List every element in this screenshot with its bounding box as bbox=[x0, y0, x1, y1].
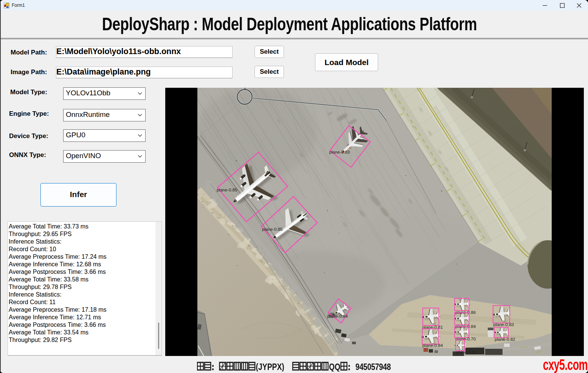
svg-text:QQ: QQ bbox=[329, 362, 340, 371]
svg-text:plane-0.84: plane-0.84 bbox=[327, 314, 348, 319]
svg-text:plane-0.88: plane-0.88 bbox=[456, 350, 476, 354]
svg-text:plane-0.85: plane-0.85 bbox=[262, 227, 282, 232]
svg-text:plane-0.84: plane-0.84 bbox=[422, 343, 443, 348]
svg-text:plane-0.83: plane-0.83 bbox=[493, 322, 514, 327]
svg-text:945057948: 945057948 bbox=[355, 362, 391, 371]
svg-text:(JYPPX): (JYPPX) bbox=[256, 362, 284, 371]
svg-text:plane-0.85: plane-0.85 bbox=[217, 188, 237, 192]
svg-text:plane-0.70: plane-0.70 bbox=[455, 337, 476, 341]
svg-text:plane-0.82: plane-0.82 bbox=[495, 337, 515, 342]
svg-text:plane-0.83: plane-0.83 bbox=[329, 150, 350, 154]
